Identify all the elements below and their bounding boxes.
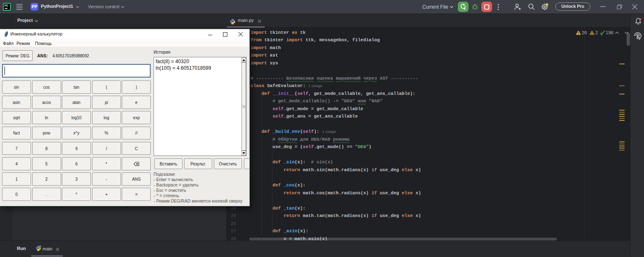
svg-text:PC: PC [5, 4, 8, 7]
